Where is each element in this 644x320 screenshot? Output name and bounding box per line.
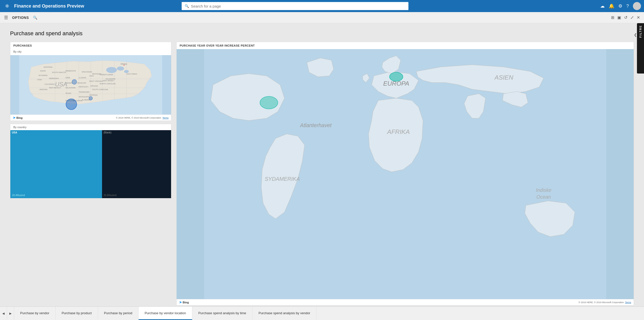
svg-text:IDAHO: IDAHO xyxy=(40,70,46,72)
treemap[interactable]: USA 18,46tusind (Blank) 20,66tusind xyxy=(10,130,171,198)
tab-purchase-product[interactable]: Purchase by product xyxy=(56,307,98,320)
hamburger-icon[interactable]: ☰ xyxy=(4,15,8,20)
charts-row: PURCHASES By city xyxy=(10,42,634,305)
options-icon-1[interactable]: ⊞ xyxy=(611,15,614,20)
by-city-label: By city xyxy=(10,49,171,55)
terms-link-world[interactable]: Terms xyxy=(625,301,631,304)
bing-attribution-world: © 2019 HERE, © 2019 Microsoft Corporatio… xyxy=(578,301,631,304)
options-icon-close[interactable]: ✕ xyxy=(637,15,640,20)
svg-text:USA: USA xyxy=(55,81,67,88)
svg-text:Indiske: Indiske xyxy=(536,187,552,193)
svg-point-67 xyxy=(390,72,403,81)
world-map[interactable]: EUROPA ASIEN Atlanterhavet AFRIKA SYDAME… xyxy=(177,49,634,299)
svg-text:KENTUCKY: KENTUCKY xyxy=(79,86,89,88)
svg-text:VIRGINIA: VIRGINIA xyxy=(90,85,98,87)
options-icon-refresh[interactable]: ↺ xyxy=(624,15,627,20)
tab-purchase-spend-time[interactable]: Purchase spend analysis by time xyxy=(192,307,252,320)
world-map-svg: EUROPA ASIEN Atlanterhavet AFRIKA SYDAME… xyxy=(177,49,634,299)
filter-chevron-icon[interactable]: ❮ xyxy=(634,33,637,37)
avatar[interactable] xyxy=(633,2,641,10)
bing-footer-map: ➤ Bing © 2019 HERE, © 2019 Microsoft Cor… xyxy=(10,115,171,121)
left-panel: PURCHASES By city xyxy=(10,42,171,305)
svg-text:AFRIKA: AFRIKA xyxy=(387,128,410,135)
treemap-usa-label: USA xyxy=(12,131,17,134)
bing-logo: ➤ Bing xyxy=(13,116,22,120)
bing-footer-world: ➤ Bing © 2019 HERE, © 2019 Microsoft Cor… xyxy=(177,299,634,305)
bell-icon[interactable]: 🔔 xyxy=(609,3,614,9)
treemap-blank[interactable]: (Blank) 20,66tusind xyxy=(102,130,171,198)
tab-purchase-vendor[interactable]: Purchase by vendor xyxy=(14,307,56,320)
search-icon: 🔍 xyxy=(185,4,189,8)
cloud-icon[interactable]: ☁ xyxy=(600,3,605,9)
purchases-header: PURCHASES xyxy=(10,42,171,49)
svg-text:ARIZONA: ARIZONA xyxy=(40,89,48,91)
svg-point-50 xyxy=(124,65,125,66)
treemap-blank-label: (Blank) xyxy=(104,131,112,134)
svg-text:UTAH: UTAH xyxy=(37,79,42,81)
filter-sidebar[interactable]: FILTRE xyxy=(637,23,644,74)
tab-prev-button[interactable]: ◀ xyxy=(0,307,7,320)
svg-text:NEBRASKA: NEBRASKA xyxy=(49,78,59,80)
svg-text:MISSOURI: MISSOURI xyxy=(77,82,86,84)
svg-text:ASIEN: ASIEN xyxy=(494,74,513,81)
svg-text:PENNSYLVANIA: PENNSYLVANIA xyxy=(100,74,113,76)
options-icon-2[interactable]: ▣ xyxy=(617,15,621,20)
svg-text:MONTANA: MONTANA xyxy=(44,66,52,68)
world-map-card: PURCHASE YEAR OVER YEAR INCREASE PERCENT xyxy=(176,42,634,305)
help-icon[interactable]: ? xyxy=(626,4,629,9)
search-input[interactable] xyxy=(191,4,405,8)
svg-text:COLORADO: COLORADO xyxy=(45,83,55,85)
by-country-card: By country USA 18,46tusind (Blank) 20,66… xyxy=(10,124,171,198)
options-search-icon[interactable]: 🔍 xyxy=(33,16,37,20)
top-navigation: ⁜ Finance and Operations Preview 🔍 ☁ 🔔 ⚙… xyxy=(0,0,644,12)
filter-label: FILTRE xyxy=(639,25,642,38)
svg-text:NORTH CAROLINA: NORTH CAROLINA xyxy=(100,83,115,85)
options-bar: ☰ OPTIONS 🔍 ⊞ ▣ ↺ ⤢ ✕ xyxy=(0,12,644,23)
bottom-tabs: ◀ ▶ Purchase by vendor Purchase by produ… xyxy=(0,306,644,320)
bing-text: Bing xyxy=(16,116,22,119)
bing-icon-world: ➤ xyxy=(179,300,182,304)
search-bar: 🔍 xyxy=(182,2,408,10)
usa-map-svg: IDAHO WYOMING SOUTH DAKOTA MINNESOTA WIS… xyxy=(10,55,171,121)
tab-purchase-vendor-location[interactable]: Purchase by vendor location xyxy=(139,307,192,320)
app-title: Finance and Operations Preview xyxy=(14,4,84,9)
svg-point-13 xyxy=(117,66,124,71)
tab-purchase-spend-vendor[interactable]: Purchase spend analysis by vendor xyxy=(252,307,316,320)
purchases-card: PURCHASES By city xyxy=(10,42,171,121)
by-country-label: By country xyxy=(10,124,171,130)
svg-text:WEST VIRGINIA: WEST VIRGINIA xyxy=(89,80,103,82)
treemap-usa[interactable]: USA 18,46tusind xyxy=(10,130,102,198)
bing-text-world: Bing xyxy=(183,301,189,304)
svg-text:IOWA: IOWA xyxy=(66,77,70,79)
usa-map[interactable]: IDAHO WYOMING SOUTH DAKOTA MINNESOTA WIS… xyxy=(10,55,171,121)
svg-text:TEXAS: TEXAS xyxy=(66,92,71,94)
bing-attribution: © 2019 HERE, © 2019 Microsoft Corporatio… xyxy=(116,117,169,119)
svg-text:MISSISSIPPI: MISSISSIPPI xyxy=(79,96,89,98)
svg-point-68 xyxy=(260,96,278,109)
svg-text:SOUTH DAKOTA: SOUTH DAKOTA xyxy=(52,72,66,74)
treemap-blank-value: 20,66tusind xyxy=(104,194,117,197)
tab-next-button[interactable]: ▶ xyxy=(7,307,14,320)
svg-text:OHIO: OHIO xyxy=(89,75,94,77)
svg-text:ILLINOIS: ILLINOIS xyxy=(79,77,86,79)
options-icon-expand[interactable]: ⤢ xyxy=(630,15,634,20)
svg-text:Atlanterhavet: Atlanterhavet xyxy=(300,122,332,128)
grid-icon[interactable]: ⁜ xyxy=(3,3,11,9)
bing-logo-world: ➤ Bing xyxy=(179,300,189,304)
terms-link[interactable]: Terms xyxy=(163,117,169,119)
tab-purchase-period[interactable]: Purchase by period xyxy=(98,307,139,320)
svg-text:NEW JERSEY: NEW JERSEY xyxy=(103,80,114,82)
svg-text:GEORGIA: GEORGIA xyxy=(89,94,98,96)
settings-icon[interactable]: ⚙ xyxy=(618,3,622,9)
world-map-header: PURCHASE YEAR OVER YEAR INCREASE PERCENT xyxy=(177,42,634,49)
nav-right-icons: ☁ 🔔 ⚙ ? xyxy=(600,2,641,10)
svg-text:SOUTH CAROLINA: SOUTH CAROLINA xyxy=(92,89,108,91)
svg-text:Gulf of Maine: Gulf of Maine xyxy=(126,73,137,75)
svg-text:MINNESOTA: MINNESOTA xyxy=(66,70,76,72)
bing-icon: ➤ xyxy=(13,116,16,120)
options-label: OPTIONS xyxy=(12,16,29,20)
page-title: Purchase and spend analysis xyxy=(10,30,634,37)
svg-point-53 xyxy=(89,96,92,100)
main-content: Purchase and spend analysis PURCHASES By… xyxy=(0,23,644,306)
svg-point-54 xyxy=(66,99,77,110)
